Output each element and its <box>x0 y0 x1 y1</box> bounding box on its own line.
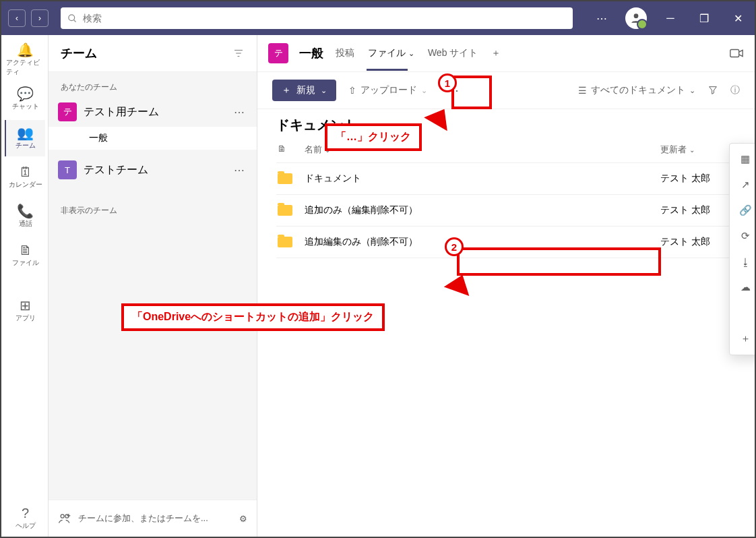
meet-icon[interactable] <box>729 46 744 61</box>
grid-icon: ▦ <box>739 153 751 165</box>
more-actions-menu: ▦グリッド ビューでの編集 ↗共有 🔗リンクをコピー ⟳同期 ⭳ダウンロード ☁… <box>729 143 756 355</box>
svg-rect-10 <box>730 50 739 57</box>
chevron-down-icon: ⌄ <box>689 86 695 95</box>
search-box[interactable] <box>61 7 573 29</box>
chevron-down-icon: ⌄ <box>689 146 695 154</box>
bell-icon: 🔔 <box>17 43 34 57</box>
team-item[interactable]: テ テスト用チーム ⋯ <box>49 97 257 127</box>
button-label: アップロード <box>360 84 417 96</box>
chat-icon: 💬 <box>17 87 34 100</box>
rail-teams[interactable]: 👥チーム <box>5 120 45 156</box>
button-label: 新規 <box>296 84 315 96</box>
rail-label: チャット <box>12 102 39 111</box>
svg-point-2 <box>634 13 639 18</box>
chevron-down-icon: ⌄ <box>408 49 414 57</box>
channel-avatar: テ <box>268 43 288 63</box>
filter-icon[interactable] <box>232 47 245 59</box>
annotation-label-2: 「OneDriveへのショートカットの追加」クリック <box>121 303 385 331</box>
team-more-icon[interactable]: ⋯ <box>231 164 247 177</box>
nav-back-button[interactable]: ‹ <box>8 9 26 27</box>
rail-apps[interactable]: ⊞アプリ <box>5 293 45 329</box>
tab-posts[interactable]: 投稿 <box>334 47 356 59</box>
file-row[interactable]: ドキュメント テスト 太郎 <box>276 163 736 195</box>
team-more-icon[interactable]: ⋯ <box>231 106 247 119</box>
col-type-icon[interactable]: 🗎 <box>278 144 305 156</box>
window-maximize-button[interactable]: ❐ <box>694 8 714 28</box>
rail-calendar[interactable]: 🗓カレンダー <box>5 159 45 196</box>
svg-line-1 <box>73 20 75 22</box>
team-item[interactable]: T テストチーム ⋯ <box>49 155 257 185</box>
rail-label: アクティビティ <box>6 58 45 77</box>
join-team-label[interactable]: チームに参加、またはチームを... <box>78 512 208 525</box>
settings-icon[interactable]: ⚙ <box>239 514 247 524</box>
help-icon: ? <box>22 506 29 520</box>
download-icon: ⭳ <box>739 256 751 268</box>
title-bar: ‹ › ⋯ ─ ❐ ✕ <box>1 1 755 35</box>
rail-help[interactable]: ?ヘルプ <box>5 500 45 537</box>
chevron-down-icon: ⌄ <box>421 86 427 95</box>
file-modified-by: テスト 太郎 <box>660 173 734 185</box>
menu-sync[interactable]: ⟳同期 <box>730 223 756 249</box>
nav-forward-button[interactable]: › <box>31 9 49 27</box>
sync-icon: ⟳ <box>739 230 751 242</box>
folder-icon <box>278 205 292 216</box>
folder-icon <box>278 173 292 184</box>
list-icon: ☰ <box>578 85 587 96</box>
team-name: テストチーム <box>84 163 148 177</box>
annotation-box-2 <box>457 247 661 276</box>
phone-icon: 📞 <box>17 204 34 218</box>
menu-cloud-storage[interactable]: ＋クラウド ストレージを追加 <box>730 326 756 352</box>
rail-calls[interactable]: 📞通話 <box>5 198 45 235</box>
window-close-button[interactable]: ✕ <box>728 8 748 28</box>
your-teams-label: あなたのチーム <box>49 72 257 97</box>
upload-icon: ⇧ <box>348 85 356 96</box>
rail-files[interactable]: 🗎ファイル <box>5 237 45 274</box>
content-area: テ 一般 投稿 ファイル ⌄ Web サイト ＋ ＋ 新規 ⌄ ⇧ アップロード… <box>257 35 755 537</box>
info-button[interactable]: ⓘ <box>730 84 740 96</box>
upload-button[interactable]: ⇧ アップロード ⌄ <box>348 84 427 96</box>
view-selector[interactable]: ☰ すべてのドキュメント ⌄ <box>578 84 695 96</box>
link-icon: 🔗 <box>739 204 751 216</box>
menu-grid-edit[interactable]: ▦グリッド ビューでの編集 <box>730 146 756 172</box>
tab-label: ファイル <box>368 47 406 58</box>
add-tab-button[interactable]: ＋ <box>490 47 502 59</box>
view-label: すべてのドキュメント <box>591 84 685 96</box>
apps-icon: ⊞ <box>20 299 31 312</box>
tab-web[interactable]: Web サイト <box>427 47 479 59</box>
file-row[interactable]: 追加のみ（編集削除不可） テスト 太郎 <box>276 195 736 227</box>
search-icon <box>67 13 77 24</box>
channel-item[interactable]: 一般 <box>49 127 257 150</box>
plus-icon: ＋ <box>739 332 751 345</box>
window-minimize-button[interactable]: ─ <box>660 8 681 28</box>
file-modified-by: テスト 太郎 <box>660 204 734 216</box>
user-avatar[interactable] <box>625 7 647 29</box>
rail-label: ファイル <box>12 258 39 268</box>
svg-point-7 <box>65 514 69 518</box>
menu-sharepoint[interactable]: SharePoint で開く <box>730 300 756 326</box>
teams-icon: 👥 <box>17 126 34 140</box>
tab-files[interactable]: ファイル ⌄ <box>367 47 416 59</box>
channel-header: テ 一般 投稿 ファイル ⌄ Web サイト ＋ <box>257 35 755 72</box>
hidden-teams-label: 非表示のチーム <box>49 196 257 220</box>
menu-onedrive-shortcut[interactable]: ☁OneDrive へのショートカットの追加 <box>730 274 756 300</box>
file-name: 追加のみ（編集削除不可） <box>305 204 660 216</box>
search-input[interactable] <box>83 13 566 24</box>
new-button[interactable]: ＋ 新規 ⌄ <box>272 80 336 101</box>
file-icon: 🗎 <box>19 243 32 257</box>
team-avatar: テ <box>58 102 77 121</box>
file-modified-by: テスト 太郎 <box>660 236 734 248</box>
team-avatar: T <box>58 160 77 179</box>
menu-copy-link[interactable]: 🔗リンクをコピー <box>730 198 756 223</box>
annotation-label-1: 「…」クリック <box>325 123 422 151</box>
share-icon: ↗ <box>739 179 751 191</box>
filter-button[interactable] <box>707 85 718 96</box>
menu-download[interactable]: ⭳ダウンロード <box>730 249 756 274</box>
more-options-icon[interactable]: ⋯ <box>592 8 612 28</box>
chevron-down-icon: ⌄ <box>321 86 327 95</box>
join-team-icon[interactable] <box>58 512 71 525</box>
rail-chat[interactable]: 💬チャット <box>5 81 45 117</box>
file-name: ドキュメント <box>305 173 660 185</box>
rail-activity[interactable]: 🔔アクティビティ <box>5 42 45 78</box>
col-modified-by[interactable]: 更新者 ⌄ <box>660 144 734 156</box>
menu-share[interactable]: ↗共有 <box>730 172 756 198</box>
